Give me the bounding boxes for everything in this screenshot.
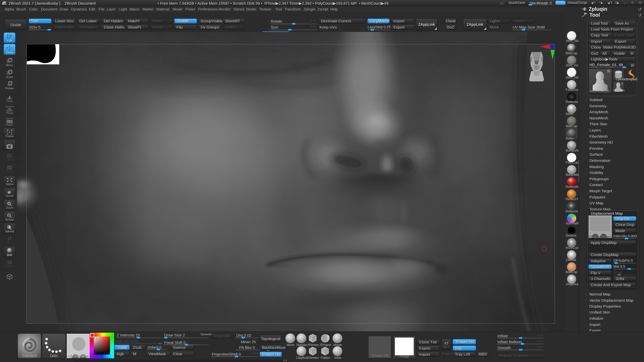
svg-text:11: 11 xyxy=(607,69,611,73)
svg-text:1: 1 xyxy=(8,214,10,217)
svg-text:S: S xyxy=(9,70,11,73)
svg-text:HD_Female_01: HD_Female_01 xyxy=(590,89,609,92)
svg-text:M: M xyxy=(9,58,11,62)
svg-text:1: 1 xyxy=(621,82,623,85)
svg-text:R: R xyxy=(9,82,11,85)
